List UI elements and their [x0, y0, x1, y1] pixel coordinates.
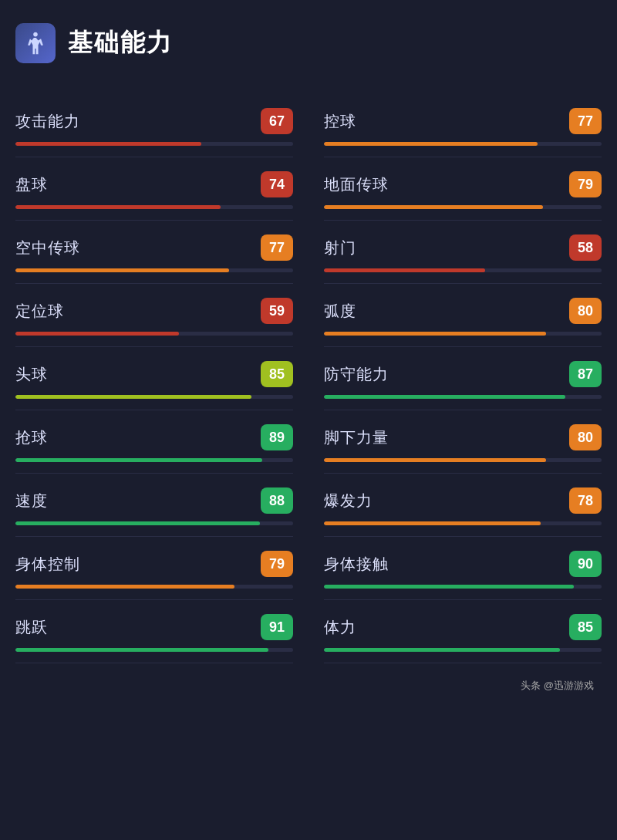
stat-row: 抢球89: [15, 424, 293, 450]
stat-bar-bg: [15, 205, 293, 209]
stat-name: 空中传球: [15, 238, 80, 258]
stat-item: 射门58: [324, 221, 602, 284]
stat-bar-bg: [324, 458, 602, 462]
stat-badge: 67: [261, 108, 293, 134]
stat-item: 控球77: [324, 94, 602, 157]
stat-row: 脚下力量80: [324, 424, 602, 450]
stat-item: 身体接触90: [324, 537, 602, 600]
header: 基础能力: [15, 15, 602, 71]
stat-item: 地面传球79: [324, 157, 602, 221]
stat-bar-bg: [15, 268, 293, 272]
stat-badge: 89: [261, 424, 293, 450]
stat-name: 脚下力量: [324, 427, 389, 448]
stat-row: 防守能力87: [324, 361, 602, 387]
stat-badge: 91: [261, 614, 293, 640]
stat-bar-bg: [15, 142, 293, 146]
stat-row: 盘球74: [15, 171, 293, 197]
stat-badge: 85: [261, 361, 293, 387]
stat-name: 体力: [324, 617, 356, 638]
stat-row: 空中传球77: [15, 234, 293, 261]
stat-badge: 90: [569, 551, 602, 577]
stat-bar-fill: [324, 648, 560, 652]
stats-grid: 攻击能力67控球77盘球74地面传球79空中传球77射门58定位球59弧度80头…: [15, 94, 602, 663]
stat-bar-fill: [324, 205, 543, 209]
stat-item: 攻击能力67: [15, 94, 293, 157]
stat-row: 爆发力78: [324, 487, 602, 514]
stat-name: 跳跃: [15, 617, 48, 638]
stat-name: 定位球: [15, 301, 64, 322]
stat-badge: 77: [261, 234, 293, 261]
stat-item: 速度88: [15, 474, 293, 537]
stat-row: 体力85: [324, 614, 602, 640]
stat-bar-bg: [324, 395, 602, 399]
stat-badge: 80: [569, 298, 602, 324]
stat-name: 身体接触: [324, 554, 389, 575]
stat-bar-fill: [324, 332, 546, 336]
stat-bar-bg: [15, 585, 293, 589]
stat-name: 爆发力: [324, 491, 373, 511]
stat-bar-bg: [15, 458, 293, 462]
stat-badge: 77: [569, 108, 602, 134]
stat-name: 控球: [324, 111, 356, 132]
stat-name: 防守能力: [324, 364, 389, 385]
stat-bar-fill: [15, 648, 268, 652]
stat-row: 定位球59: [15, 298, 293, 324]
stat-bar-bg: [324, 268, 602, 272]
stat-bar-fill: [15, 395, 251, 399]
header-icon: [15, 23, 56, 63]
stat-badge: 87: [569, 361, 602, 387]
stat-name: 速度: [15, 491, 48, 511]
stat-item: 脚下力量80: [324, 410, 602, 474]
stat-badge: 74: [261, 171, 293, 197]
stat-badge: 78: [569, 487, 602, 514]
stat-item: 头球85: [15, 347, 293, 410]
stat-bar-fill: [324, 585, 574, 589]
stat-row: 头球85: [15, 361, 293, 387]
stat-name: 弧度: [324, 301, 356, 322]
stat-bar-fill: [324, 268, 485, 272]
stat-badge: 80: [569, 424, 602, 450]
stat-row: 控球77: [324, 108, 602, 134]
stat-name: 头球: [15, 364, 48, 385]
stat-badge: 58: [569, 234, 602, 261]
stat-row: 弧度80: [324, 298, 602, 324]
stat-row: 身体控制79: [15, 551, 293, 577]
stat-bar-bg: [15, 395, 293, 399]
stat-row: 地面传球79: [324, 171, 602, 197]
stat-item: 盘球74: [15, 157, 293, 221]
footer: 头条 @迅游游戏: [15, 679, 602, 693]
stat-row: 身体接触90: [324, 551, 602, 577]
stat-bar-fill: [15, 585, 234, 589]
stat-bar-bg: [15, 648, 293, 652]
stat-bar-fill: [15, 205, 221, 209]
stat-name: 攻击能力: [15, 111, 80, 132]
main-container: 基础能力 攻击能力67控球77盘球74地面传球79空中传球77射门58定位球59…: [8, 0, 609, 708]
stat-badge: 79: [569, 171, 602, 197]
stat-name: 抢球: [15, 427, 48, 448]
stat-bar-fill: [15, 332, 179, 336]
stat-item: 空中传球77: [15, 221, 293, 284]
stat-item: 抢球89: [15, 410, 293, 474]
stat-bar-bg: [324, 648, 602, 652]
page-title: 基础能力: [68, 26, 173, 60]
stat-bar-fill: [15, 268, 229, 272]
stat-item: 防守能力87: [324, 347, 602, 410]
stat-bar-fill: [324, 458, 546, 462]
stat-item: 定位球59: [15, 284, 293, 347]
stat-badge: 59: [261, 298, 293, 324]
stat-badge: 85: [569, 614, 602, 640]
stat-item: 体力85: [324, 600, 602, 663]
stat-name: 盘球: [15, 174, 48, 195]
stat-badge: 88: [261, 487, 293, 514]
stat-bar-fill: [15, 521, 260, 525]
stat-bar-bg: [15, 521, 293, 525]
stat-bar-bg: [324, 521, 602, 525]
soccer-player-icon: [22, 30, 49, 56]
stat-bar-fill: [324, 142, 538, 146]
stat-bar-bg: [324, 332, 602, 336]
stat-bar-fill: [15, 142, 201, 146]
stat-item: 跳跃91: [15, 600, 293, 663]
stat-row: 跳跃91: [15, 614, 293, 640]
stat-item: 弧度80: [324, 284, 602, 347]
stat-bar-fill: [324, 395, 565, 399]
